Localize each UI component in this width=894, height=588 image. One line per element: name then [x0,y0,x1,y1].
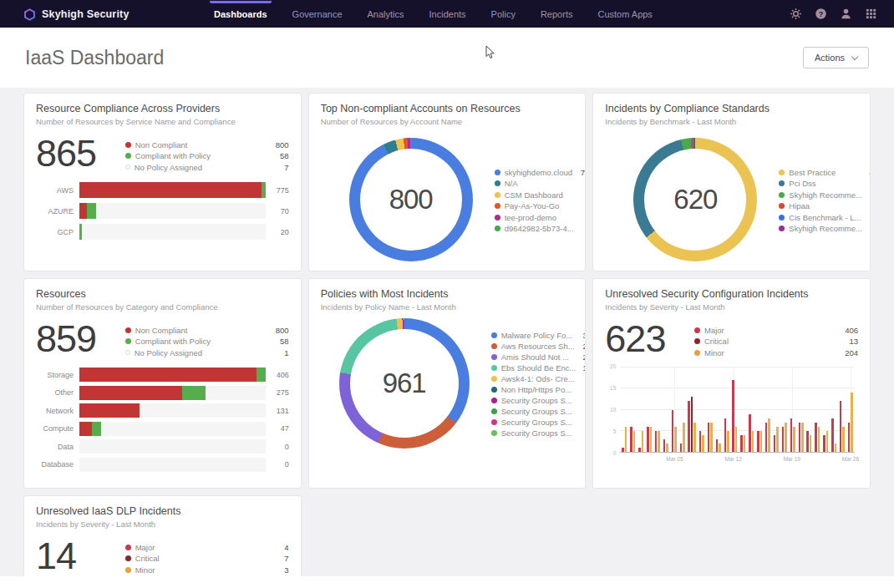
account-icon[interactable] [840,8,852,20]
legend-item[interactable]: d9642982-5b73-4...2 [495,224,587,233]
bar-row[interactable]: Compute47 [36,422,289,436]
legend-item[interactable]: Skyhigh Recomme...2 [779,224,871,233]
compliance-legend: Non Compliant800Compliant with Policy58N… [125,323,289,359]
legend-label: Best Practice [789,168,862,177]
bar-row[interactable]: Other275 [36,386,289,400]
total-count: 859 [36,322,96,359]
legend-item[interactable]: Minor204 [694,348,858,357]
mini-bar-minor [658,431,660,452]
legend-swatch [495,226,500,231]
bar-row[interactable]: Data0 [36,439,289,454]
nav-item-reports[interactable]: Reports [539,1,575,27]
legend-item[interactable]: Security Groups S...1 [491,407,587,416]
legend-item[interactable]: Non Compliant800 [125,326,289,335]
bar-row[interactable]: Network131 [36,403,289,418]
day-bar-group [672,368,677,452]
day-bar-group [823,368,828,452]
legend-item[interactable]: N/A26 [495,179,587,188]
skyhigh-logo-icon [23,8,36,20]
actions-button-label: Actions [815,53,845,63]
provider-bar-chart[interactable]: AWS775AZURE70GCP20 [36,182,289,240]
accounts-donut-chart[interactable]: 800 [349,138,473,261]
mini-bar-major [765,423,768,452]
card-top-noncompliant-accounts: Top Non-compliant Accounts on Resources … [308,93,587,271]
mini-bar-minor [683,423,685,452]
legend-item[interactable]: Best Practice400 [779,168,871,177]
legend-item[interactable]: No Policy Assigned1 [125,348,289,357]
card-title: Resource Compliance Across Providers [36,103,289,114]
legend-value: 202 [576,352,586,362]
legend-item[interactable]: Hipaa3 [779,201,871,210]
bar-value: 275 [266,388,289,397]
legend-item[interactable]: Malware Policy Fo...340 [491,331,587,340]
legend-item[interactable]: CSM Dashboard17 [495,190,587,200]
day-bar-group [774,368,779,452]
legend-item[interactable]: Critical13 [694,337,858,346]
nav-item-analytics[interactable]: Analytics [366,1,406,27]
nav-item-governance[interactable]: Governance [291,1,344,27]
legend-item[interactable]: Non Http/Https Po...1 [491,385,587,394]
legend-item[interactable]: Non Compliant800 [125,140,289,150]
legend-swatch [491,365,497,371]
legend-item[interactable]: Compliant with Policy58 [125,151,289,160]
severity-time-series-chart[interactable]: 20151050 Mar 05Mar 12Mar 19Mar 26 [605,366,858,464]
standards-donut-chart[interactable]: 620 [633,138,757,261]
mini-bar-minor [785,423,787,452]
policies-donut-chart[interactable]: 961 [339,318,470,449]
bar-segment [79,203,87,219]
legend-item[interactable]: Aws Resources Sh...204 [491,342,587,351]
bar-row[interactable]: Storage406 [36,368,289,382]
legend-item[interactable]: Amis Should Not ...202 [491,352,587,362]
mini-bar-major [622,448,624,452]
nav-item-custom-apps[interactable]: Custom Apps [596,1,653,27]
legend-item[interactable]: Security Groups S...1 [491,396,587,405]
legend-item[interactable]: Security Groups S...1 [491,428,587,438]
legend-item[interactable]: Pay-As-You-Go8 [495,201,587,210]
legend-swatch [779,203,785,209]
day-bar-group [757,368,762,452]
bar-row[interactable]: GCP20 [36,224,289,240]
app-grid-icon[interactable] [865,8,877,20]
legend-item[interactable]: skyhighdemo.cloud741 [495,168,587,177]
legend-value: 1 [269,348,289,357]
day-bar-group [716,368,721,452]
actions-button[interactable]: Actions [803,47,869,68]
nav-item-policy[interactable]: Policy [490,1,517,27]
legend-item[interactable]: Pci Dss197 [779,179,871,188]
legend-item[interactable]: Major4 [125,543,289,552]
legend-item[interactable]: Security Groups S...1 [491,418,587,427]
legend-item[interactable]: Minor3 [125,565,289,575]
mini-bar-major [663,439,666,452]
legend-item[interactable]: Critical7 [125,554,289,563]
legend-item[interactable]: No Policy Assigned7 [125,163,289,172]
mini-bar-major [749,414,751,452]
help-icon[interactable]: ? [815,8,827,20]
legend-item[interactable]: Awsk4-1: Ods- Cre...14 [491,374,587,383]
nav-item-dashboards[interactable]: Dashboards [212,1,269,27]
legend-item[interactable]: tee-prod-demo6 [495,213,587,222]
mini-bar-minor [851,393,853,452]
brand[interactable]: Skyhigh Security [23,8,212,20]
legend-label: Pci Dss [789,179,862,188]
legend-value: 1 [576,407,586,416]
legend-label: Non Compliant [135,140,269,150]
legend-item[interactable]: Major406 [694,326,858,335]
bar-row[interactable]: AZURE70 [36,203,289,219]
settings-icon[interactable] [790,8,802,20]
bar-row[interactable]: Database0 [36,458,289,472]
legend-swatch [125,545,131,550]
bar-label: Database [36,460,79,469]
category-bar-chart[interactable]: Storage406Other275Network131Compute47Dat… [36,368,289,472]
legend-value: 800 [269,140,289,150]
legend-item[interactable]: Compliant with Policy58 [125,337,289,346]
bar-row[interactable]: AWS775 [36,182,289,198]
legend-item[interactable]: Skyhigh Recomme...16 [779,190,871,200]
legend-item[interactable]: Ebs Should Be Enc...196 [491,363,587,373]
mini-bar-minor [719,444,721,452]
legend-label: skyhighdemo.cloud [505,168,574,177]
mini-bar-minor [752,431,754,452]
legend-item[interactable]: Cis Benchmark - L...2 [779,213,871,222]
nav-item-incidents[interactable]: Incidents [428,1,468,27]
legend-label: No Policy Assigned [135,163,269,172]
bar-track [79,386,266,400]
